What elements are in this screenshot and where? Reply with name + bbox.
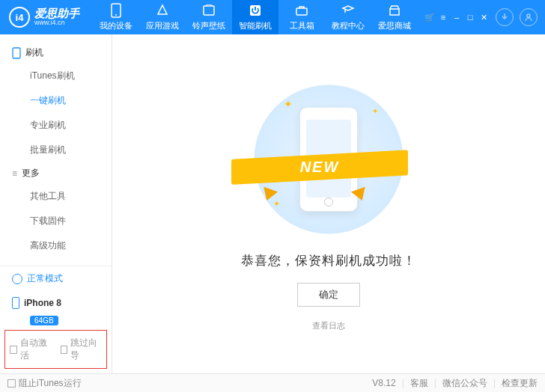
nav-tutorial[interactable]: 教程中心: [325, 0, 371, 34]
check-skip-guide[interactable]: 跳过向导: [61, 337, 103, 362]
check-label: 自动激活: [20, 337, 52, 362]
mode-label: 正常模式: [27, 272, 63, 285]
sparkle-icon: ✦: [284, 98, 293, 110]
minimize-button[interactable]: –: [452, 13, 461, 22]
device-name: iPhone 8: [24, 298, 61, 308]
checks-highlighted: 自动激活 跳过向导: [4, 330, 107, 369]
nav-label: 铃声壁纸: [192, 20, 225, 31]
store-icon: [387, 3, 402, 18]
sidebar: 刷机 iTunes刷机 一键刷机 专业刷机 批量刷机 ≡ 更多 其他工具 下载固…: [0, 34, 112, 373]
download-icon[interactable]: [496, 8, 514, 26]
svg-rect-5: [390, 9, 399, 15]
separator: |: [493, 378, 496, 388]
sparkle-icon: ✦: [372, 107, 378, 115]
phone-icon: [12, 47, 21, 59]
check-auto-activate[interactable]: 自动激活: [10, 337, 52, 362]
check-label: 阻止iTunes运行: [19, 377, 82, 390]
version-label: V8.12: [372, 378, 395, 388]
window-sys-buttons: 🛒 ≡ – □ ✕: [418, 13, 496, 22]
main-content: ✦ ✦ ✦ NEW 恭喜您，保资料刷机成功啦！ 确定 查看日志: [112, 34, 545, 373]
view-log-link[interactable]: 查看日志: [312, 320, 345, 331]
svg-rect-7: [13, 48, 20, 58]
sidebar-item-advanced[interactable]: 高级功能: [0, 233, 112, 258]
user-icon[interactable]: [520, 8, 538, 26]
update-link[interactable]: 检查更新: [502, 377, 538, 390]
ribbon-text: NEW: [231, 154, 408, 180]
top-nav: 我的设备 应用游戏 铃声壁纸 智能刷机 工具箱 教程中心: [93, 0, 418, 34]
ringtone-icon: [201, 3, 216, 18]
nav-label: 爱思商城: [378, 20, 411, 31]
body: 刷机 iTunes刷机 一键刷机 专业刷机 批量刷机 ≡ 更多 其他工具 下载固…: [0, 34, 545, 373]
group-title: 更多: [22, 167, 40, 180]
menu-icon[interactable]: ≡: [439, 13, 448, 22]
svg-point-6: [527, 14, 530, 17]
sidebar-group-more[interactable]: ≡ 更多: [0, 162, 112, 184]
checkbox-icon: [7, 379, 16, 388]
logo[interactable]: i4 爱思助手 www.i4.cn: [0, 7, 93, 28]
nav-label: 教程中心: [332, 20, 365, 31]
phone-icon: [12, 297, 19, 309]
separator: |: [434, 378, 436, 388]
nav-apps[interactable]: 应用游戏: [139, 0, 186, 34]
sidebar-item-itunes-flash[interactable]: iTunes刷机: [0, 64, 112, 88]
statusbar: 阻止iTunes运行 V8.12 | 客服 | 微信公众号 | 检查更新: [0, 373, 545, 392]
ribbon: NEW: [231, 148, 408, 184]
refresh-icon: [12, 274, 22, 284]
success-message: 恭喜您，保资料刷机成功啦！: [241, 252, 416, 269]
group-title: 刷机: [25, 46, 43, 59]
titlebar: i4 爱思助手 www.i4.cn 我的设备 应用游戏 铃声壁纸 智能刷机: [0, 0, 545, 34]
checkbox-icon: [10, 346, 17, 354]
nav-label: 我的设备: [100, 20, 133, 31]
device-row[interactable]: iPhone 8: [0, 291, 112, 315]
mode-row[interactable]: 正常模式: [0, 266, 112, 291]
support-link[interactable]: 客服: [410, 377, 428, 390]
checkbox-icon: [61, 346, 68, 354]
nav-toolbox[interactable]: 工具箱: [278, 0, 325, 34]
nav-flash[interactable]: 智能刷机: [232, 0, 278, 34]
sidebar-group-flash[interactable]: 刷机: [0, 42, 112, 64]
brand-name: 爱思助手: [34, 7, 79, 20]
device-icon: [109, 3, 124, 18]
nav-label: 智能刷机: [239, 20, 272, 31]
sidebar-item-pro-flash[interactable]: 专业刷机: [0, 113, 112, 138]
sidebar-bottom: 正常模式 iPhone 8 64GB 自动激活 跳过向导: [0, 266, 112, 373]
capacity-badge: 64GB: [30, 316, 58, 325]
menu-icon: ≡: [12, 168, 17, 179]
ok-button[interactable]: 确定: [297, 283, 360, 307]
nav-store[interactable]: 爱思商城: [371, 0, 418, 34]
toolbox-icon: [294, 3, 309, 18]
maximize-button[interactable]: □: [466, 13, 475, 22]
nav-ringtones[interactable]: 铃声壁纸: [186, 0, 232, 34]
nav-label: 应用游戏: [146, 20, 179, 31]
nav-label: 工具箱: [290, 20, 314, 31]
wechat-link[interactable]: 微信公众号: [442, 377, 487, 390]
svg-rect-4: [296, 8, 307, 15]
nav-my-device[interactable]: 我的设备: [93, 0, 139, 34]
app-window: i4 爱思助手 www.i4.cn 我的设备 应用游戏 铃声壁纸 智能刷机: [0, 0, 545, 392]
check-label: 跳过向导: [70, 337, 102, 362]
success-illustration: ✦ ✦ ✦ NEW: [254, 85, 404, 234]
sidebar-item-other-tools[interactable]: 其他工具: [0, 184, 112, 209]
cart-icon[interactable]: 🛒: [425, 13, 434, 22]
svg-rect-2: [204, 6, 214, 15]
sidebar-item-download-firmware[interactable]: 下载固件: [0, 209, 112, 233]
svg-point-1: [115, 14, 117, 16]
apps-icon: [155, 3, 170, 18]
check-block-itunes[interactable]: 阻止iTunes运行: [7, 377, 82, 390]
flash-icon: [248, 3, 263, 18]
separator: |: [402, 378, 404, 388]
sidebar-item-oneclick-flash[interactable]: 一键刷机: [0, 88, 112, 113]
logo-icon: i4: [9, 7, 30, 28]
tutorial-icon: [341, 3, 356, 18]
brand-url: www.i4.cn: [34, 19, 79, 27]
sidebar-item-batch-flash[interactable]: 批量刷机: [0, 138, 112, 162]
titlebar-right-round: [496, 8, 545, 26]
close-button[interactable]: ✕: [479, 13, 488, 22]
status-left: 阻止iTunes运行: [7, 377, 82, 390]
sidebar-scroll: 刷机 iTunes刷机 一键刷机 专业刷机 批量刷机 ≡ 更多 其他工具 下载固…: [0, 34, 112, 266]
status-right: V8.12 | 客服 | 微信公众号 | 检查更新: [372, 377, 538, 390]
logo-text: 爱思助手 www.i4.cn: [34, 7, 79, 27]
